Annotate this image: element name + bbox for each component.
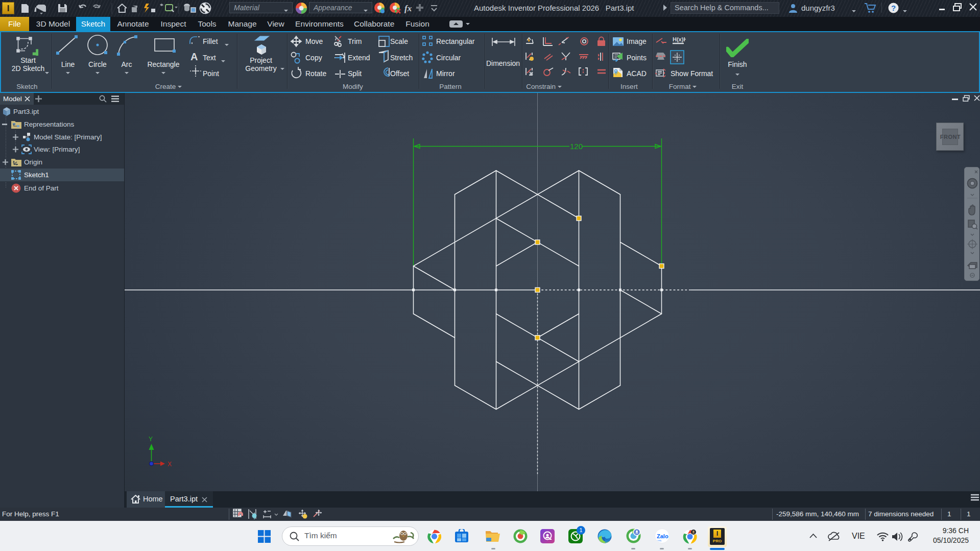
svg-text:120: 120 <box>570 142 583 151</box>
svg-text:A: A <box>190 51 198 62</box>
svg-text:Zalo: Zalo <box>657 533 668 539</box>
svg-text:?: ? <box>891 4 896 12</box>
svg-text:H(x)H: H(x)H <box>673 36 686 42</box>
svg-text:Y: Y <box>149 436 153 443</box>
svg-text:X: X <box>168 461 172 468</box>
svg-text:fx: fx <box>404 4 412 13</box>
